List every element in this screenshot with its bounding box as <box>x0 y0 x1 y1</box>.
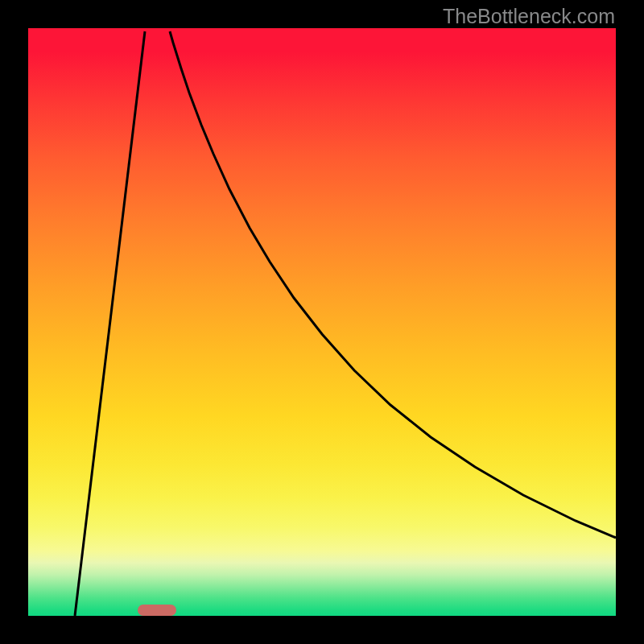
plot-area <box>28 28 616 616</box>
bottleneck-marker <box>138 605 176 616</box>
chart-frame: TheBottleneck.com <box>0 0 644 644</box>
curve-layer <box>28 28 616 616</box>
left-line <box>75 31 145 616</box>
watermark-text: TheBottleneck.com <box>443 5 615 28</box>
right-curve <box>170 31 616 538</box>
